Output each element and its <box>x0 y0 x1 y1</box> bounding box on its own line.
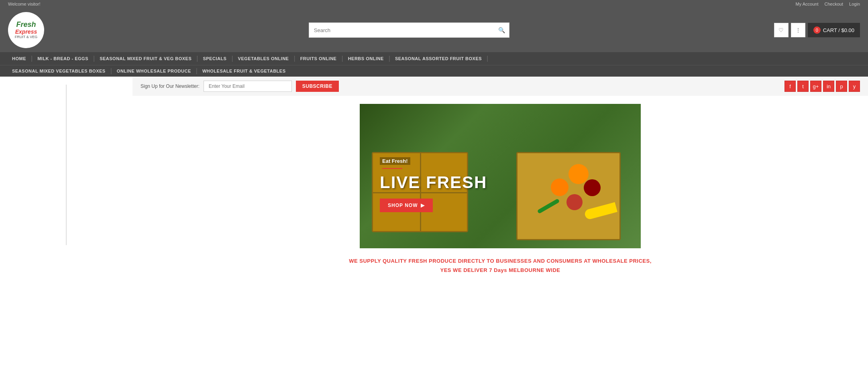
logo-express: Express <box>15 29 37 35</box>
facebook-icon[interactable]: f <box>784 81 796 92</box>
header-center: 🔍 <box>44 22 774 38</box>
nav-milk-bread-eggs[interactable]: MILK - BREAD - EGGS <box>33 52 92 65</box>
hero-section: Eat Fresh! LIVE FRESH SHOP NOW ▶ <box>360 104 641 248</box>
shop-now-button[interactable]: SHOP NOW ▶ <box>380 199 433 212</box>
sidebar-line <box>66 85 67 245</box>
logo[interactable]: Fresh Express FRUIT & VEG <box>8 12 44 48</box>
nav-sep-7: | <box>388 55 391 62</box>
shop-now-arrow-icon: ▶ <box>421 203 425 208</box>
nav-sep-1: | <box>30 55 33 62</box>
nav-fruits-online[interactable]: FRUITS ONLINE <box>296 52 341 65</box>
below-hero-line2: YES WE DELIVER 7 Days MELBOURNE WIDE <box>141 266 860 275</box>
nav-wholesale-fruit-veg[interactable]: WHOLESALE FRUIT & VEGETABLES <box>198 65 290 77</box>
below-hero-line1: WE SUPPLY QUALITY FRESH PRODUCE DIRECTLY… <box>141 256 860 266</box>
logo-fruit-veg: FRUIT & VEG <box>15 35 37 39</box>
nav-sep-5: | <box>293 55 296 62</box>
apple-fruit-1 <box>584 179 601 196</box>
youtube-icon[interactable]: y <box>849 81 860 92</box>
cart-count: 0 <box>813 26 821 34</box>
nav-online-wholesale[interactable]: ONLINE WHOLESALE PRODUCE <box>113 65 195 77</box>
nav-bar-row2: SEASONAL MIXED VEGETABLES BOXES | ONLINE… <box>0 65 868 77</box>
hero-text-block: Eat Fresh! LIVE FRESH <box>380 157 487 192</box>
nav-seasonal-mixed-veg[interactable]: SEASONAL MIXED VEGETABLES BOXES <box>8 65 110 77</box>
nav-sep-6: | <box>340 55 344 62</box>
pinterest-icon[interactable]: p <box>836 81 847 92</box>
apple-fruit-2 <box>566 194 583 210</box>
below-hero-text: WE SUPPLY QUALITY FRESH PRODUCE DIRECTLY… <box>132 248 868 279</box>
header: Fresh Express FRUIT & VEG 🔍 ♡ ⋮ 0 CART /… <box>0 8 868 52</box>
welcome-text: Welcome visitor! <box>8 2 40 6</box>
subscribe-button[interactable]: SUBSCRIBE <box>296 81 339 92</box>
logo-text: Fresh Express FRUIT & VEG <box>15 21 37 39</box>
logo-fresh: Fresh <box>15 21 37 29</box>
newsletter-label: Sign Up for Our Newsletter: <box>141 83 200 89</box>
checkout-link[interactable]: Checkout <box>825 2 843 6</box>
orange-fruit-1 <box>568 164 589 184</box>
nav-vegetables-online[interactable]: VEGETABLES ONLINE <box>234 52 293 65</box>
my-account-link[interactable]: My Account <box>796 2 819 6</box>
login-link[interactable]: Login <box>849 2 860 6</box>
social-icons-bar: f t g+ in p y <box>784 81 860 92</box>
header-right: ♡ ⋮ 0 CART / $0.00 <box>774 23 860 37</box>
top-bar-links: My Account Checkout Login <box>791 2 860 6</box>
hero-image: Eat Fresh! LIVE FRESH SHOP NOW ▶ <box>360 104 641 248</box>
nav-specials[interactable]: SPECIALS <box>199 52 230 65</box>
twitter-icon[interactable]: t <box>797 81 809 92</box>
nav-sep-2: | <box>92 55 96 62</box>
nav-herbs-online[interactable]: HERBS ONLINE <box>344 52 388 65</box>
cart-label: CART / $0.00 <box>823 27 854 33</box>
nav-sep-3: | <box>196 55 199 62</box>
newsletter-strip: Sign Up for Our Newsletter: SUBSCRIBE f … <box>132 77 868 96</box>
nav-sep-r2-2: | <box>195 67 198 75</box>
nav-seasonal-mixed[interactable]: SEASONAL MIXED FRUIT & VEG BOXES <box>96 52 196 65</box>
google-plus-icon[interactable]: g+ <box>810 81 821 92</box>
page-layout: Sign Up for Our Newsletter: SUBSCRIBE f … <box>0 77 868 279</box>
linkedin-icon[interactable]: in <box>823 81 834 92</box>
hero-title: LIVE FRESH <box>380 173 487 192</box>
newsletter-email-input[interactable] <box>204 81 292 92</box>
left-sidebar <box>0 77 132 279</box>
nav-sep-r2-1: | <box>110 67 113 75</box>
nav-home[interactable]: HOME <box>8 52 30 65</box>
main-content: Sign Up for Our Newsletter: SUBSCRIBE f … <box>132 77 868 279</box>
nav-sep-4: | <box>230 55 234 62</box>
top-bar: Welcome visitor! My Account Checkout Log… <box>0 0 868 8</box>
wishlist-button[interactable]: ♡ <box>774 23 789 37</box>
compare-button[interactable]: ⋮ <box>791 23 805 37</box>
shop-now-label: SHOP NOW <box>388 203 418 208</box>
search-input[interactable] <box>309 27 494 33</box>
newsletter-left: Sign Up for Our Newsletter: SUBSCRIBE <box>141 81 339 92</box>
nav-seasonal-assorted[interactable]: SEASONAL ASSORTED FRUIT BOXES <box>391 52 486 65</box>
nav-sep-8: | <box>486 55 489 62</box>
nav-bar-row1: HOME | MILK - BREAD - EGGS | SEASONAL MI… <box>0 52 868 65</box>
hero-underline <box>382 168 402 169</box>
search-button[interactable]: 🔍 <box>494 27 509 33</box>
hero-subtitle: Eat Fresh! <box>380 157 410 165</box>
search-box: 🔍 <box>309 22 509 38</box>
orange-fruit-2 <box>551 178 568 196</box>
cart-button[interactable]: 0 CART / $0.00 <box>808 23 860 37</box>
logo-area: Fresh Express FRUIT & VEG <box>8 12 44 48</box>
